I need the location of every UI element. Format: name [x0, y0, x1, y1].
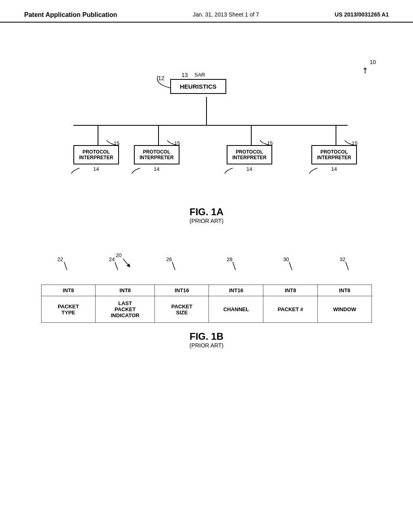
arrow-15-3 [257, 139, 273, 148]
cell-desc-30: PACKET # [263, 296, 318, 323]
arrow-10: ↙ [359, 65, 371, 77]
fig1b-section: 20 22 24 26 28 30 32 [41, 252, 372, 349]
fig1b-caption: FIG. 1B (PRIOR ART) [41, 331, 372, 349]
fig1a-caption-sub: (PRIOR ART) [190, 218, 224, 224]
int-row: INT8 INT8 INT16 INT16 INT8 INT8 [42, 285, 372, 296]
arrow-15-2 [164, 139, 180, 148]
arrow-14-3 [223, 167, 235, 175]
cell-int-30: INT8 [263, 285, 318, 296]
pi-box-4: 15 PROTOCOLINTERPRETER 14 [311, 145, 357, 172]
label-13: 13 [181, 72, 188, 78]
vline-col2 [158, 125, 159, 145]
publication-number: US 2013/0031265 A1 [335, 11, 389, 18]
arrow-26 [170, 261, 178, 272]
arrow-30 [287, 261, 295, 272]
fig1a-caption: FIG. 1A (PRIOR ART) [190, 206, 224, 224]
cell-int-22: INT8 [42, 285, 96, 296]
arrow-14-1 [69, 167, 81, 175]
publication-date: Jan. 31, 2013 Sheet 1 of 7 [193, 11, 259, 18]
heuristics-box: HEURISTICS [170, 79, 226, 94]
fig1b-caption-main: FIG. 1B [41, 331, 372, 342]
arrow-24 [113, 261, 121, 272]
desc-row: PACKETTYPE LASTPACKETINDICATOR PACKETSIZ… [42, 296, 372, 323]
arrow-15-1 [104, 139, 120, 148]
cell-desc-26: PACKETSIZE [155, 296, 209, 323]
arrow-14-4 [307, 167, 319, 175]
fig1b-caption-sub: (PRIOR ART) [41, 342, 372, 349]
pi-box-1: 15 PROTOCOLINTERPRETER 14 [73, 145, 119, 172]
label-sar: SAR [194, 72, 205, 78]
arrow-14-2 [130, 167, 142, 175]
pi-box-3: 15 PROTOCOLINTERPRETER 14 [227, 145, 272, 172]
label-20: 20 [116, 252, 121, 258]
cell-desc-28: CHANNEL [209, 296, 263, 323]
cell-desc-24: LASTPACKETINDICATOR [96, 296, 155, 323]
cell-int-32: INT8 [317, 285, 371, 296]
fig1b-labels-row: 20 22 24 26 28 30 32 [41, 252, 372, 285]
vline-main [206, 97, 207, 125]
arrow-22 [62, 261, 70, 272]
hline-main [73, 125, 348, 126]
vline-col1 [98, 125, 98, 145]
pi-box-2: 15 PROTOCOLINTERPRETER 14 [134, 145, 179, 172]
cell-desc-32: WINDOW [317, 296, 371, 323]
arrow-20 [121, 258, 133, 270]
cell-int-24: INT8 [96, 285, 155, 296]
page-header: Patent Application Publication Jan. 31, … [0, 0, 413, 23]
cell-desc-22: PACKETTYPE [42, 296, 96, 323]
vline-col4 [336, 125, 336, 145]
arrow-28 [231, 261, 239, 272]
cell-int-26: INT16 [155, 285, 209, 296]
cell-int-28: INT16 [209, 285, 263, 296]
vline-col3 [251, 125, 252, 145]
publication-title: Patent Application Publication [24, 11, 117, 19]
fig1a-caption-main: FIG. 1A [190, 206, 224, 218]
arrow-32 [344, 261, 352, 272]
arrow-15-4 [342, 139, 358, 148]
label-10: 10 [369, 59, 376, 65]
fig1a-diagram: 10 ↙ 12 13 SAR HEURISTICS 15 PROTOCOLINT… [33, 43, 380, 212]
fig1b-table: INT8 INT8 INT16 INT16 INT8 INT8 PACKETTY… [41, 285, 372, 323]
